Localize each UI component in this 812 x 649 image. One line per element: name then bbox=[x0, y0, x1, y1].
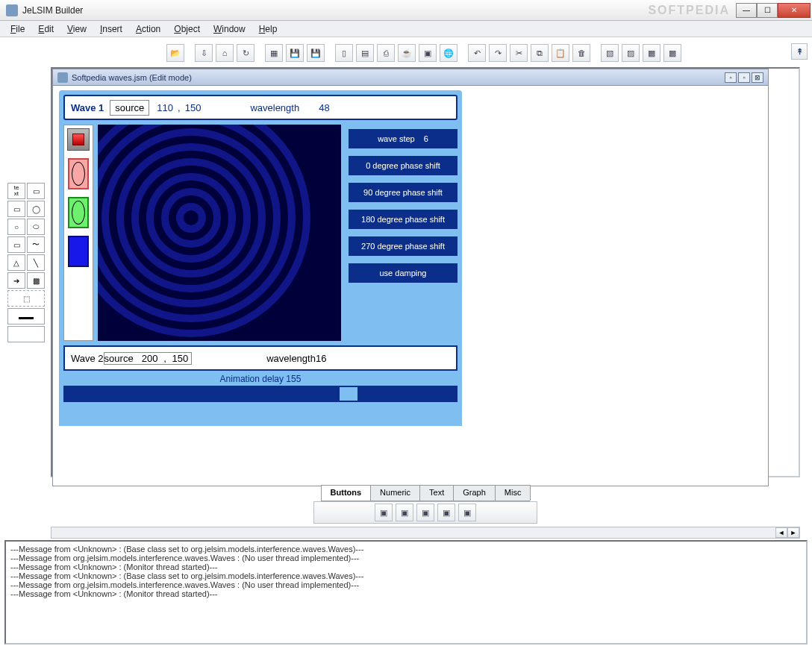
ungroup-icon[interactable]: ▨ bbox=[622, 44, 640, 62]
top-toolbar: 📂 ⇩ ⌂ ↻ ▦ 💾 💾 ▯ ▤ ⎙ ☕ ▣ 🌐 ↶ ↷ ✂ ⧉ 📋 🗑 ▧ … bbox=[45, 42, 803, 64]
menu-action[interactable]: Action bbox=[130, 22, 166, 36]
applet-icon[interactable]: ☕ bbox=[398, 44, 416, 62]
line-tool[interactable]: ╲ bbox=[27, 254, 45, 271]
design-canvas[interactable]: Softpedia waves.jsm (Edit mode) ▫ ▫ ⊠ Wa… bbox=[51, 67, 800, 477]
component-button-3[interactable]: ▣ bbox=[416, 504, 434, 521]
animation-delay-slider[interactable] bbox=[63, 386, 457, 402]
blank-tool[interactable] bbox=[7, 326, 45, 342]
tab-buttons[interactable]: Buttons bbox=[321, 485, 372, 501]
horizontal-scrollbar[interactable]: ◄ ► bbox=[51, 527, 800, 539]
menu-help[interactable]: Help bbox=[253, 22, 284, 36]
tab-misc[interactable]: Misc bbox=[495, 485, 531, 501]
menu-insert[interactable]: Insert bbox=[94, 22, 128, 36]
image-tool[interactable]: ▩ bbox=[27, 272, 45, 289]
paste-icon[interactable]: 📋 bbox=[552, 44, 569, 62]
tab-text[interactable]: Text bbox=[419, 485, 454, 501]
circle-tool[interactable]: ○ bbox=[7, 219, 25, 235]
scroll-right-icon[interactable]: ► bbox=[787, 527, 799, 538]
layers-tool[interactable]: ▬▬ bbox=[7, 308, 45, 324]
component-button-4[interactable]: ▣ bbox=[437, 504, 455, 521]
model-icon[interactable]: ⌂ bbox=[216, 44, 234, 62]
red-swatch[interactable] bbox=[68, 158, 89, 189]
copy-icon[interactable]: ⧉ bbox=[531, 44, 549, 62]
damping-button[interactable]: use damping bbox=[349, 263, 457, 283]
component-button-5[interactable]: ▣ bbox=[458, 504, 476, 521]
phase-90-button[interactable]: 90 degree phase shift bbox=[349, 183, 457, 202]
front-icon[interactable]: ▩ bbox=[643, 44, 660, 62]
rect2-tool[interactable]: ▭ bbox=[7, 236, 25, 253]
delete-icon[interactable]: 🗑 bbox=[572, 44, 590, 62]
phase-270-button[interactable]: 270 degree phase shift bbox=[349, 236, 457, 256]
rect-tool[interactable]: ▭ bbox=[7, 201, 25, 217]
triangle-tool[interactable]: △ bbox=[7, 254, 25, 271]
print-icon[interactable]: ⎙ bbox=[377, 44, 395, 62]
reload-icon[interactable]: ↻ bbox=[237, 44, 254, 62]
menu-window[interactable]: Window bbox=[207, 22, 252, 36]
phase-180-button[interactable]: 180 degree phase shift bbox=[349, 210, 457, 229]
save-icon[interactable]: 💾 bbox=[286, 44, 304, 62]
blue-swatch[interactable] bbox=[68, 236, 89, 267]
ellipse-tool[interactable]: ◯ bbox=[27, 201, 45, 217]
menu-edit[interactable]: Edit bbox=[32, 22, 60, 36]
run-icon[interactable]: ▣ bbox=[419, 44, 437, 62]
wave2-source-x[interactable]: 200 bbox=[139, 353, 161, 364]
watermark: SOFTPEDIA bbox=[648, 4, 730, 17]
slider-thumb[interactable] bbox=[340, 387, 357, 401]
stop-button[interactable] bbox=[67, 128, 90, 151]
console-line: ---Message from <Unknown> : (Monitor thr… bbox=[10, 589, 802, 598]
oval-tool[interactable]: ⬭ bbox=[27, 219, 45, 235]
text-tool[interactable]: text bbox=[7, 183, 25, 199]
wave1-wavelength-value[interactable]: 48 bbox=[314, 102, 334, 113]
tab-graph[interactable]: Graph bbox=[453, 485, 496, 501]
wave1-wavelength-label: wavelength bbox=[250, 102, 299, 113]
import-icon[interactable]: ⇩ bbox=[195, 44, 213, 62]
green-swatch[interactable] bbox=[68, 197, 89, 228]
tool-palette: text▭ ▭◯ ○⬭ ▭〜 △╲ ➔▩ ⬚ ▬▬ bbox=[7, 183, 46, 344]
wave2-source-y[interactable]: 150 bbox=[169, 353, 191, 364]
wave1-source-x[interactable]: 110 bbox=[152, 102, 178, 113]
component-tab-body: ▣ ▣ ▣ ▣ ▣ bbox=[313, 501, 537, 524]
open-icon[interactable]: 📂 bbox=[166, 44, 184, 62]
saveall-icon[interactable]: 💾 bbox=[307, 44, 325, 62]
phase-0-button[interactable]: 0 degree phase shift bbox=[349, 156, 457, 175]
lock-icon[interactable]: ↟ bbox=[791, 43, 808, 60]
menu-view[interactable]: View bbox=[61, 22, 93, 36]
console-line: ---Message from org.jelsim.models.interf… bbox=[10, 580, 802, 589]
maximize-button[interactable]: ☐ bbox=[757, 3, 778, 18]
app-icon bbox=[6, 4, 18, 16]
scroll-left-icon[interactable]: ◄ bbox=[775, 527, 787, 538]
frame-maximize-button[interactable]: ▫ bbox=[738, 72, 750, 83]
redo-icon[interactable]: ↷ bbox=[489, 44, 507, 62]
frame-minimize-button[interactable]: ▫ bbox=[725, 72, 737, 83]
wave2-wavelength-value[interactable]: 16 bbox=[316, 353, 326, 364]
polyline-tool[interactable]: 〜 bbox=[27, 236, 45, 253]
undo-icon[interactable]: ↶ bbox=[468, 44, 486, 62]
selection-tool[interactable]: ⬚ bbox=[7, 290, 45, 307]
wave1-source-y[interactable]: 150 bbox=[181, 102, 206, 113]
tab-numeric[interactable]: Numeric bbox=[370, 485, 420, 501]
component-button-1[interactable]: ▣ bbox=[375, 504, 393, 521]
minimize-button[interactable]: — bbox=[736, 3, 757, 18]
rounded-rect-tool[interactable]: ▭ bbox=[27, 183, 45, 199]
back-icon[interactable]: ▩ bbox=[663, 44, 681, 62]
internal-frame: Softpedia waves.jsm (Edit mode) ▫ ▫ ⊠ Wa… bbox=[52, 69, 769, 486]
export-icon[interactable]: ▤ bbox=[356, 44, 374, 62]
doc-icon[interactable]: ▯ bbox=[335, 44, 353, 62]
internal-frame-titlebar[interactable]: Softpedia waves.jsm (Edit mode) ▫ ▫ ⊠ bbox=[53, 69, 768, 86]
cut-icon[interactable]: ✂ bbox=[510, 44, 528, 62]
group-icon[interactable]: ▧ bbox=[601, 44, 619, 62]
web-icon[interactable]: 🌐 bbox=[440, 44, 457, 62]
arrow-tool[interactable]: ➔ bbox=[7, 272, 25, 289]
console-line: ---Message from <Unknown> : (Monitor thr… bbox=[10, 562, 802, 571]
wave2-wavelength-label: wavelength bbox=[266, 353, 316, 364]
component-button-2[interactable]: ▣ bbox=[396, 504, 413, 521]
wave2-bar: Wave 2 source 200 , 150 wavelength 16 bbox=[63, 345, 457, 371]
close-button[interactable]: ✕ bbox=[778, 3, 811, 18]
wave1-source-label: source bbox=[110, 100, 149, 116]
message-console[interactable]: ---Message from <Unknown> : (Base class … bbox=[4, 540, 808, 645]
new-icon[interactable]: ▦ bbox=[265, 44, 283, 62]
menu-file[interactable]: File bbox=[4, 22, 31, 36]
frame-icon bbox=[57, 72, 68, 83]
menu-object[interactable]: Object bbox=[168, 22, 206, 36]
frame-close-button[interactable]: ⊠ bbox=[752, 72, 763, 83]
